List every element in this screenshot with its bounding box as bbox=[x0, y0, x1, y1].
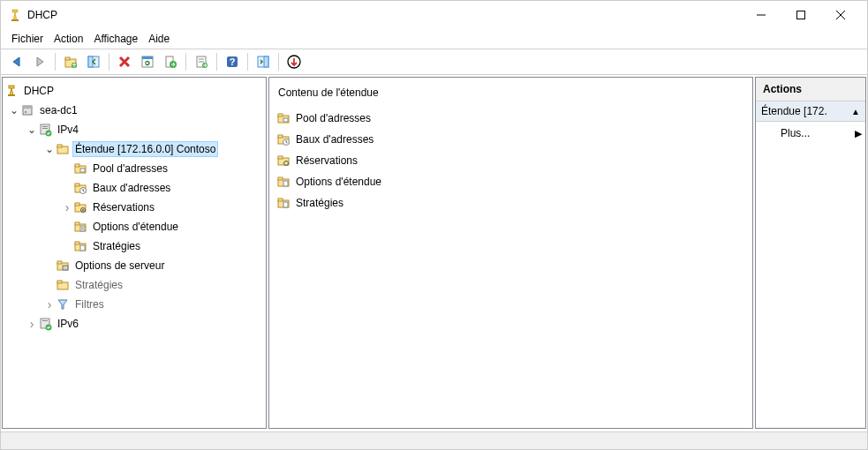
content-header: Contenu de l'étendue bbox=[271, 81, 751, 108]
dhcp-icon bbox=[4, 84, 19, 98]
actions-pane: Actions Étendue [172. ▲ Plus... ▶ bbox=[755, 77, 866, 429]
svg-rect-46 bbox=[75, 222, 79, 225]
ipv6-icon bbox=[38, 317, 52, 331]
tree-scope[interactable]: Étendue [172.16.0.0] Contoso bbox=[4, 139, 264, 159]
list-item[interactable]: Réservations bbox=[271, 150, 751, 171]
menu-view[interactable]: Affichage bbox=[90, 31, 141, 47]
tree-ipv4[interactable]: IPv4 bbox=[4, 120, 264, 139]
expand-icon[interactable] bbox=[8, 104, 20, 116]
folder-doc-icon bbox=[73, 220, 87, 234]
tree-label: Options de serveur bbox=[72, 258, 167, 274]
svg-rect-12 bbox=[142, 56, 153, 59]
tree-scope-options[interactable]: Options d'étendue bbox=[4, 217, 264, 236]
tree-label: Réservations bbox=[90, 199, 157, 215]
menu-action[interactable]: Action bbox=[50, 31, 87, 47]
actions-more[interactable]: Plus... ▶ bbox=[756, 122, 865, 145]
new-scope-button[interactable] bbox=[283, 51, 305, 72]
tree-policies[interactable]: Stratégies bbox=[4, 236, 264, 256]
tree-server[interactable]: sea-dc1 bbox=[4, 101, 264, 120]
actions-section[interactable]: Étendue [172. ▲ bbox=[756, 101, 865, 122]
svg-rect-0 bbox=[12, 10, 18, 12]
tree-root-dhcp[interactable]: DHCP bbox=[4, 81, 264, 101]
svg-rect-1 bbox=[11, 19, 19, 21]
tree-ipv6[interactable]: IPv6 bbox=[4, 314, 264, 334]
list-item[interactable]: Pool d'adresses bbox=[271, 108, 751, 129]
tree-reservations[interactable]: Réservations bbox=[4, 198, 264, 217]
show-hide-button[interactable] bbox=[83, 51, 104, 72]
expand-icon[interactable] bbox=[43, 143, 56, 155]
window-title: DHCP bbox=[27, 9, 57, 21]
svg-rect-24 bbox=[9, 86, 14, 88]
menu-file[interactable]: Fichier bbox=[8, 31, 47, 47]
folder-gear-icon bbox=[73, 200, 87, 214]
tree-label: Stratégies bbox=[72, 277, 125, 293]
svg-rect-27 bbox=[23, 106, 32, 109]
svg-point-28 bbox=[25, 111, 26, 113]
help-button[interactable]: ? bbox=[222, 51, 243, 72]
svg-rect-39 bbox=[75, 184, 79, 186]
list-item[interactable]: Stratégies bbox=[271, 192, 751, 214]
expand-icon[interactable] bbox=[26, 317, 38, 331]
action-pane-button[interactable] bbox=[253, 51, 274, 72]
folder-clock-icon bbox=[276, 132, 291, 146]
svg-rect-71 bbox=[278, 177, 283, 180]
tree-policies-2[interactable]: Stratégies bbox=[4, 275, 264, 295]
svg-rect-59 bbox=[42, 320, 48, 321]
folder-doc-icon bbox=[56, 278, 70, 292]
svg-rect-75 bbox=[283, 202, 288, 207]
svg-rect-7 bbox=[65, 57, 70, 60]
svg-rect-30 bbox=[42, 126, 48, 127]
back-button[interactable] bbox=[6, 51, 27, 72]
properties-button[interactable] bbox=[191, 51, 212, 72]
content-pane: Contenu de l'étendue Pool d'adresses Bau… bbox=[268, 77, 753, 429]
actions-header: Actions bbox=[756, 78, 865, 101]
svg-rect-31 bbox=[42, 128, 48, 129]
title-bar: DHCP bbox=[1, 1, 867, 29]
expand-icon[interactable] bbox=[43, 297, 56, 311]
tree-label: Pool d'adresses bbox=[90, 161, 170, 176]
maximize-button[interactable] bbox=[781, 3, 820, 27]
refresh-button[interactable] bbox=[137, 51, 158, 72]
tree-label: sea-dc1 bbox=[37, 102, 80, 118]
status-bar bbox=[1, 431, 867, 449]
forward-button[interactable] bbox=[29, 51, 50, 72]
list-label: Stratégies bbox=[296, 197, 343, 209]
folder-doc-icon bbox=[276, 175, 291, 189]
svg-rect-34 bbox=[57, 145, 62, 147]
menu-help[interactable]: Aide bbox=[145, 31, 173, 47]
svg-rect-55 bbox=[63, 266, 68, 270]
tree-label: Options d'étendue bbox=[90, 219, 181, 235]
list-item[interactable]: Options d'étendue bbox=[271, 171, 751, 192]
collapse-icon[interactable]: ▲ bbox=[851, 107, 860, 116]
list-label: Pool d'adresses bbox=[296, 112, 371, 124]
svg-point-44 bbox=[82, 209, 84, 211]
svg-text:?: ? bbox=[230, 56, 236, 67]
minimize-button[interactable] bbox=[741, 3, 781, 27]
svg-rect-63 bbox=[283, 118, 288, 122]
expand-icon[interactable] bbox=[61, 200, 73, 214]
up-button[interactable] bbox=[60, 51, 81, 72]
tree-server-options[interactable]: Options de serveur bbox=[4, 256, 264, 275]
tree-filters[interactable]: Filtres bbox=[4, 295, 264, 314]
svg-rect-25 bbox=[8, 94, 15, 96]
close-button[interactable] bbox=[820, 3, 860, 27]
tree-label: Baux d'adresses bbox=[90, 180, 173, 196]
svg-rect-47 bbox=[80, 226, 85, 231]
delete-button[interactable] bbox=[114, 51, 135, 72]
expand-icon[interactable] bbox=[26, 124, 38, 136]
export-button[interactable] bbox=[160, 51, 181, 72]
filter-icon bbox=[56, 297, 70, 311]
app-icon bbox=[8, 8, 22, 22]
folder-icon bbox=[73, 161, 87, 176]
folder-gear-icon bbox=[276, 154, 291, 168]
main-area: DHCP sea-dc1 IPv4 Étendue [172.16.0.0] C… bbox=[1, 75, 867, 431]
list-item[interactable]: Baux d'adresses bbox=[271, 129, 751, 150]
svg-rect-42 bbox=[75, 203, 79, 206]
svg-rect-3 bbox=[796, 11, 804, 19]
svg-rect-62 bbox=[278, 114, 283, 116]
tree-leases[interactable]: Baux d'adresses bbox=[4, 178, 264, 198]
folder-server-icon bbox=[56, 259, 70, 273]
tree-pool[interactable]: Pool d'adresses bbox=[4, 159, 264, 178]
tree-label: Étendue [172.16.0.0] Contoso bbox=[72, 141, 218, 157]
svg-rect-52 bbox=[80, 245, 85, 251]
